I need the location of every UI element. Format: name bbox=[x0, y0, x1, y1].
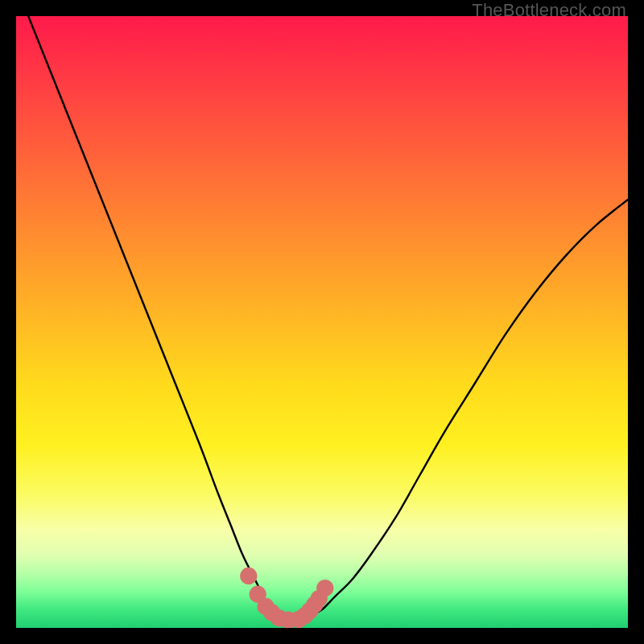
marker-dot bbox=[240, 568, 257, 584]
chart-frame: TheBottleneck.com bbox=[0, 0, 644, 644]
watermark-text: TheBottleneck.com bbox=[472, 0, 626, 21]
optimal-markers bbox=[240, 568, 333, 628]
chart-svg bbox=[16, 16, 628, 628]
bottleneck-curve bbox=[28, 16, 628, 620]
marker-dot bbox=[316, 580, 333, 597]
plot-area bbox=[16, 16, 628, 628]
